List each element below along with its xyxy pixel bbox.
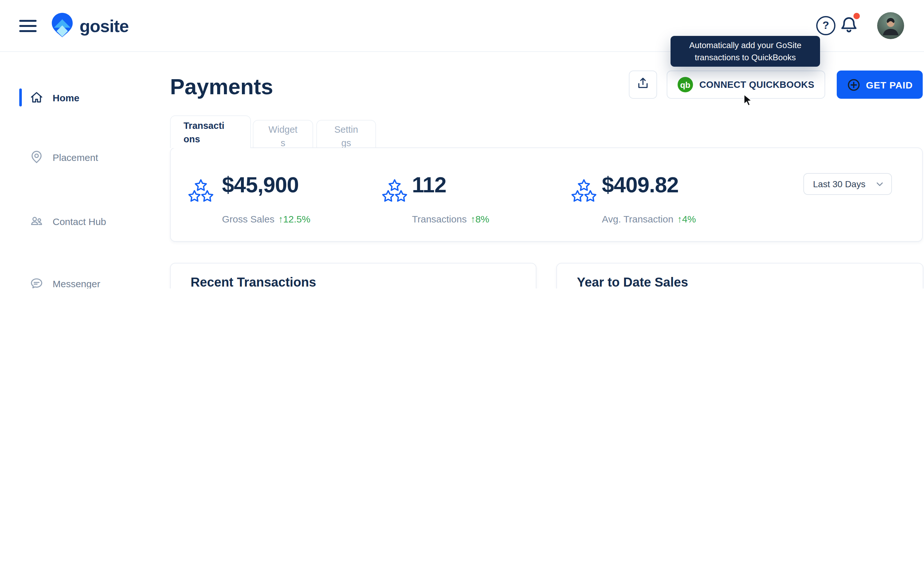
stat-value: $45,900 [222,172,299,197]
up-arrow-icon: ↑ [278,213,283,224]
placement-icon [29,150,44,164]
up-arrow-icon: ↑ [677,213,682,224]
get-paid-button[interactable]: GET PAID [837,71,923,99]
tab-settings[interactable]: Settin gs [317,120,376,148]
stat-value: 112 [412,172,446,197]
contact-hub-icon [29,214,44,228]
sidebar-item-messenger[interactable]: Messenger [0,266,135,288]
sidebar-item-contact-hub[interactable]: Contact Hub [0,204,135,239]
hamburger-menu-icon[interactable] [19,20,37,32]
tab-widgets[interactable]: Widget s [253,120,313,148]
stat-label: Avg. Transaction↑4% [602,213,696,224]
tab-transactions[interactable]: Transacti ons [170,115,251,148]
sidebar-item-home[interactable]: Home [0,80,135,115]
export-button[interactable] [629,71,657,99]
active-indicator [19,89,22,106]
recent-transactions-title: Recent Transactions [191,275,316,288]
stat-label: Gross Sales↑12.5% [222,213,310,224]
sidebar-item-placement[interactable]: Placement [0,140,135,174]
chevron-down-icon [875,179,885,189]
user-avatar[interactable] [877,12,904,39]
period-selector-dropdown[interactable]: Last 30 Days [803,173,892,195]
recent-transactions-card: Recent Transactions $68.753h agoPeter Do… [170,263,536,288]
quickbooks-tooltip: Automatically add your GoSite transactio… [670,36,820,67]
stars-icon [571,179,597,203]
gosite-logo[interactable]: gosite [51,13,129,40]
quickbooks-icon: qb [678,77,693,92]
messenger-icon [29,276,44,288]
stats-summary-card: $45,900Gross Sales↑12.5%112Transactions↑… [170,147,923,242]
mouse-cursor [743,93,754,110]
gosite-pin-icon [51,13,73,40]
home-icon [29,90,44,105]
plus-circle-icon [846,78,860,91]
stars-icon [188,179,214,203]
stat-label: Transactions↑8% [412,213,489,224]
stat-value: $409.82 [602,172,678,197]
sidebar: HomePlacementContact HubMessengerReviews… [0,52,135,288]
year-to-date-sales-card: Year to Date Sales Total Transactions37 … [556,263,923,288]
ytd-title: Year to Date Sales [577,275,688,288]
notification-dot [853,13,860,19]
app-window: gosite ? Automatically add your GoSite t… [0,0,924,288]
stars-icon [382,179,407,203]
notifications-bell-icon[interactable] [839,15,860,36]
help-icon[interactable]: ? [816,16,835,35]
page-title: Payments [170,74,273,99]
upload-icon [636,76,650,93]
up-arrow-icon: ↑ [471,213,475,224]
gosite-logo-text: gosite [79,16,129,36]
